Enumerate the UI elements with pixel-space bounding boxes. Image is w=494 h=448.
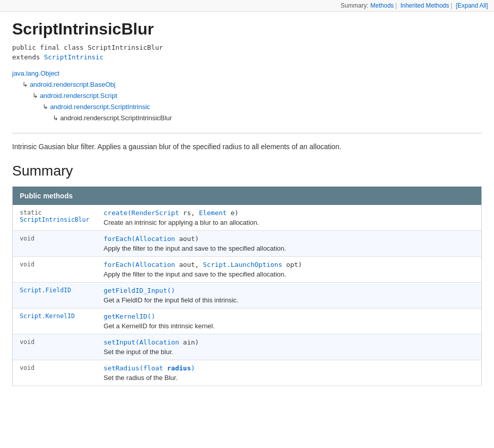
return-type-void-4: void (20, 364, 34, 371)
extends-line: extends ScriptIntrinsic (12, 53, 482, 61)
return-type-link[interactable]: ScriptIntrinsicBlur (20, 216, 89, 223)
method-description-text: Apply the filter to the input and save t… (103, 245, 286, 252)
method-name-link[interactable]: getKernelID() (103, 313, 155, 320)
method-param-link-1[interactable]: RenderScript (131, 209, 179, 217)
table-row: void forEach(Allocation aout) Apply the … (13, 231, 482, 257)
class-description: Intrinsic Gausian blur filter. Applies a… (12, 143, 482, 151)
method-param-link-2[interactable]: Script.LaunchOptions (203, 261, 283, 268)
return-type-cell: void (13, 257, 97, 283)
hierarchy-link-2[interactable]: android.renderscript.Script (40, 92, 117, 99)
return-type-cell: void (13, 334, 97, 360)
public-methods-header: Public methods (13, 187, 482, 205)
method-param-text: aout) (175, 235, 199, 243)
method-param-text-2: opt) (283, 261, 302, 268)
return-type-cell: void (13, 231, 97, 257)
method-desc-cell: forEach(Allocation aout) Apply the filte… (96, 231, 481, 257)
table-row: void setInput(Allocation ain) Set the in… (13, 334, 482, 360)
method-description-text: Create an intrinsic for applying a blur … (103, 219, 259, 226)
hierarchy-link-1[interactable]: android.renderscript.BaseObj (30, 81, 116, 88)
return-type-cell: void (13, 360, 97, 386)
extends-prefix: extends (12, 53, 40, 61)
method-description-text: Get a KernelID for this intrinsic kernel… (103, 322, 215, 330)
method-param-text: ain) (179, 338, 199, 346)
return-type-link[interactable]: Script.KernelID (20, 313, 75, 320)
method-desc-cell: getFieldID_Input() Get a FieldID for the… (96, 283, 481, 308)
hierarchy-item-4: ↳ android.renderscript.ScriptIntrinsicBl… (12, 113, 482, 124)
hierarchy-item-2: ↳ android.renderscript.Script (12, 90, 482, 101)
table-row: Script.FieldID getFieldID_Input() Get a … (13, 283, 482, 308)
table-row: void setRadius(float radius) Set the rad… (13, 360, 482, 386)
summary-label: Summary: (341, 2, 369, 9)
method-name-link[interactable]: getFieldID_Input() (103, 287, 175, 294)
hierarchy-item-0: java.lang.Object (12, 68, 482, 79)
method-name-link[interactable]: forEach( (103, 261, 135, 268)
method-signature: setRadius(float radius) (103, 364, 474, 372)
method-signature: forEach(Allocation aout) (103, 235, 474, 243)
table-row: Script.KernelID getKernelID() Get a Kern… (13, 308, 482, 334)
extends-link[interactable]: ScriptIntrinsic (44, 53, 103, 61)
return-type-void-2: void (20, 261, 34, 268)
return-type-void-1: void (20, 235, 34, 242)
separator2: | (451, 2, 452, 9)
nav-expand-link[interactable]: [Expand All] (456, 2, 488, 9)
method-desc-cell: getKernelID() Get a KernelID for this in… (96, 308, 481, 334)
section-title-summary: Summary (12, 163, 482, 179)
method-param-link-1[interactable]: Allocation (135, 261, 175, 268)
method-description-text: Set the radius of the Blur. (103, 374, 178, 382)
hierarchy-link-0[interactable]: java.lang.Object (12, 70, 59, 77)
method-param-text-2: e) (227, 209, 238, 217)
nav-inherited-link[interactable]: Inherited Methods (400, 2, 449, 9)
method-description-text: Get a FieldID for the input field of thi… (103, 296, 238, 304)
return-type-void-3: void (20, 338, 34, 346)
method-name-link[interactable]: setInput( (103, 338, 139, 346)
method-signature: create(RenderScript rs, Element e) (103, 209, 474, 217)
return-type-cell: Script.KernelID (13, 308, 97, 334)
method-name-link[interactable]: setRadius(float radius) (103, 364, 195, 372)
method-param-text: rs, (179, 209, 199, 217)
method-name-link[interactable]: forEach( (103, 235, 135, 243)
table-row: void forEach(Allocation aout, Script.Lau… (13, 257, 482, 283)
method-name-link[interactable]: create( (103, 209, 131, 217)
return-type-cell: Script.FieldID (13, 283, 97, 308)
return-type-cell: static ScriptIntrinsicBlur (13, 205, 97, 231)
method-description-text: Apply the filter to the input and save t… (103, 270, 286, 278)
method-signature: getFieldID_Input() (103, 287, 474, 294)
hierarchy-link-3[interactable]: android.renderscript.ScriptIntrinsic (50, 103, 150, 111)
method-param-link[interactable]: Allocation (135, 235, 175, 243)
method-signature: getKernelID() (103, 313, 474, 320)
method-param-link-2[interactable]: Element (199, 209, 227, 217)
method-signature: setInput(Allocation ain) (103, 338, 474, 346)
table-row: static ScriptIntrinsicBlur create(Render… (13, 205, 482, 231)
nav-methods-link[interactable]: Methods (370, 2, 394, 9)
method-desc-cell: create(RenderScript rs, Element e) Creat… (96, 205, 481, 231)
method-param-text: aout, (175, 261, 203, 268)
hierarchy-current: android.renderscript.ScriptIntrinsicBlur (60, 114, 172, 122)
main-content: ScriptIntrinsicBlur public final class S… (0, 12, 494, 398)
class-hierarchy: java.lang.Object ↳ android.renderscript.… (12, 68, 482, 124)
page-title: ScriptIntrinsicBlur (12, 20, 482, 39)
separator1: | (395, 2, 397, 9)
table-header-row: Public methods (13, 187, 482, 205)
top-navigation: Summary: Methods | Inherited Methods | [… (0, 0, 494, 12)
method-param-link[interactable]: Allocation (139, 338, 179, 346)
hierarchy-item-3: ↳ android.renderscript.ScriptIntrinsic (12, 101, 482, 113)
divider (12, 133, 482, 133)
method-desc-cell: setInput(Allocation ain) Set the input o… (96, 334, 481, 360)
method-desc-cell: forEach(Allocation aout, Script.LaunchOp… (96, 257, 481, 283)
method-description-text: Set the input of the blur. (103, 348, 173, 356)
return-type-static: static (20, 209, 42, 216)
hierarchy-item-1: ↳ android.renderscript.BaseObj (12, 79, 482, 90)
return-type-link[interactable]: Script.FieldID (20, 287, 71, 294)
class-signature: public final class ScriptIntrinsicBlur (12, 44, 482, 51)
public-methods-table: Public methods static ScriptIntrinsicBlu… (12, 186, 482, 386)
method-signature: forEach(Allocation aout, Script.LaunchOp… (103, 261, 474, 268)
method-desc-cell: setRadius(float radius) Set the radius o… (96, 360, 481, 386)
